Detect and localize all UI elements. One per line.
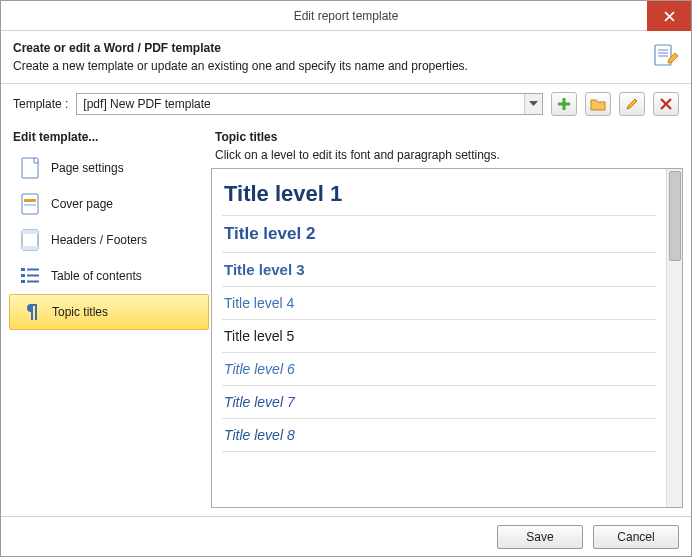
svg-rect-11 bbox=[22, 230, 38, 234]
sidebar-item-cover-page[interactable]: Cover page bbox=[9, 186, 209, 222]
svg-rect-12 bbox=[22, 246, 38, 250]
sidebar-item-label: Page settings bbox=[51, 161, 124, 175]
sidebar-item-label: Headers / Footers bbox=[51, 233, 147, 247]
title-level-8[interactable]: Title level 8 bbox=[222, 419, 656, 452]
plus-icon bbox=[557, 97, 571, 111]
svg-rect-15 bbox=[21, 274, 25, 277]
dialog-footer: Save Cancel bbox=[1, 516, 691, 556]
scrollbar[interactable] bbox=[666, 169, 682, 507]
titlebar-text: Edit report template bbox=[294, 9, 399, 23]
sidebar-item-table-of-contents[interactable]: Table of contents bbox=[9, 258, 209, 294]
title-level-3[interactable]: Title level 3 bbox=[222, 253, 656, 287]
pencil-icon bbox=[625, 97, 639, 111]
title-level-4[interactable]: Title level 4 bbox=[222, 287, 656, 320]
sidebar-item-topic-titles[interactable]: Topic titles bbox=[9, 294, 209, 330]
title-level-5[interactable]: Title level 5 bbox=[222, 320, 656, 353]
open-template-button[interactable] bbox=[585, 92, 611, 116]
svg-rect-17 bbox=[21, 280, 25, 283]
title-level-2[interactable]: Title level 2 bbox=[222, 216, 656, 253]
svg-rect-13 bbox=[21, 268, 25, 271]
new-template-button[interactable] bbox=[551, 92, 577, 116]
title-levels-box: Title level 1 Title level 2 Title level … bbox=[211, 168, 683, 508]
close-icon bbox=[664, 11, 675, 22]
template-combobox[interactable]: [pdf] New PDF template bbox=[76, 93, 543, 115]
delete-template-button[interactable] bbox=[653, 92, 679, 116]
headers-footers-icon bbox=[19, 229, 41, 251]
template-label: Template : bbox=[13, 97, 68, 111]
cover-page-icon bbox=[19, 193, 41, 215]
save-button[interactable]: Save bbox=[497, 525, 583, 549]
header-subtitle: Create a new template or update an exist… bbox=[13, 59, 679, 73]
delete-icon bbox=[660, 98, 672, 110]
cancel-button[interactable]: Cancel bbox=[593, 525, 679, 549]
header-title: Create or edit a Word / PDF template bbox=[13, 41, 679, 55]
scrollbar-thumb[interactable] bbox=[669, 171, 681, 261]
edit-template-icon bbox=[651, 41, 679, 69]
header-description: Create or edit a Word / PDF template Cre… bbox=[1, 31, 691, 84]
page-icon bbox=[19, 157, 41, 179]
right-panel-hint: Click on a level to edit its font and pa… bbox=[211, 148, 683, 168]
main-split: Edit template... Page settings Cover pag… bbox=[1, 130, 691, 516]
title-level-1[interactable]: Title level 1 bbox=[222, 173, 656, 216]
titlebar: Edit report template bbox=[1, 1, 691, 31]
svg-rect-5 bbox=[558, 103, 570, 106]
sidebar-item-label: Topic titles bbox=[52, 305, 108, 319]
rename-template-button[interactable] bbox=[619, 92, 645, 116]
title-level-6[interactable]: Title level 6 bbox=[222, 353, 656, 386]
title-levels-list: Title level 1 Title level 2 Title level … bbox=[212, 169, 666, 507]
svg-rect-9 bbox=[24, 204, 36, 206]
sidebar: Edit template... Page settings Cover pag… bbox=[9, 130, 209, 508]
right-panel: Topic titles Click on a level to edit it… bbox=[211, 130, 683, 508]
template-row: Template : [pdf] New PDF template bbox=[1, 84, 691, 130]
sidebar-item-page-settings[interactable]: Page settings bbox=[9, 150, 209, 186]
folder-icon bbox=[590, 97, 606, 111]
pilcrow-icon bbox=[20, 302, 42, 322]
sidebar-title: Edit template... bbox=[9, 130, 209, 150]
right-panel-title: Topic titles bbox=[211, 130, 683, 148]
svg-rect-6 bbox=[22, 158, 38, 178]
svg-rect-8 bbox=[24, 199, 36, 202]
close-button[interactable] bbox=[647, 1, 691, 31]
sidebar-item-label: Cover page bbox=[51, 197, 113, 211]
template-combobox-value: [pdf] New PDF template bbox=[77, 97, 524, 111]
sidebar-item-headers-footers[interactable]: Headers / Footers bbox=[9, 222, 209, 258]
dialog-window: Edit report template Create or edit a Wo… bbox=[0, 0, 692, 557]
chevron-down-icon bbox=[524, 94, 542, 114]
toc-icon bbox=[19, 266, 41, 286]
sidebar-item-label: Table of contents bbox=[51, 269, 142, 283]
title-level-7[interactable]: Title level 7 bbox=[222, 386, 656, 419]
